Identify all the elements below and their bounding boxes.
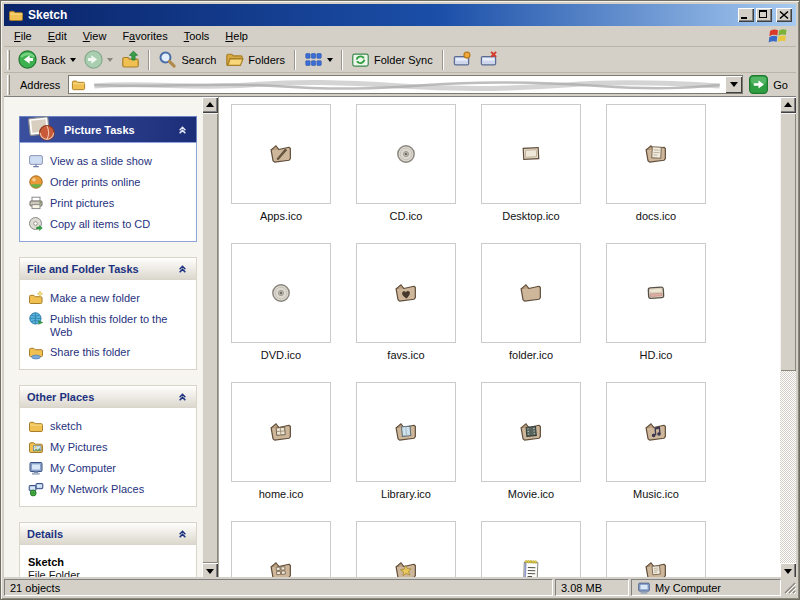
file-thumbnail[interactable]: folder.ico (481, 243, 581, 363)
thumbnail-frame (231, 382, 331, 482)
addressbar-grip[interactable] (7, 75, 10, 95)
sk-desktop-icon (514, 137, 548, 171)
address-dropdown-button[interactable] (725, 76, 742, 93)
place-link[interactable]: My Computer (26, 457, 192, 478)
sk-folder-doc-icon (639, 554, 673, 579)
chevron-up-icon[interactable] (176, 262, 189, 275)
chevron-up-icon[interactable] (176, 390, 189, 403)
folders-button[interactable]: Folders (221, 48, 290, 72)
picture-tasks-header[interactable]: Picture Tasks (19, 116, 197, 142)
forward-button[interactable] (80, 48, 117, 72)
panel-title: Other Places (27, 391, 176, 403)
file-thumbnail[interactable]: DVD.ico (231, 243, 331, 363)
thumbnail-frame (606, 243, 706, 343)
go-button[interactable]: Go (749, 75, 792, 94)
file-name: Library.ico (356, 488, 456, 502)
file-list-view[interactable]: Apps.ico CD.ico Desktop.ico (218, 97, 780, 579)
task-link[interactable]: Order prints online (26, 171, 192, 192)
menu-help[interactable]: Help (217, 27, 256, 45)
menu-tools[interactable]: Tools (176, 27, 218, 45)
file-thumbnail[interactable]: Movie.ico (481, 382, 581, 502)
toolbar-separator (148, 50, 150, 70)
views-icon (304, 50, 323, 69)
minimize-icon (741, 17, 747, 19)
details-header[interactable]: Details (19, 522, 197, 544)
print-pictures-icon (28, 195, 44, 211)
search-button[interactable]: Search (154, 48, 221, 72)
file-thumbnail[interactable] (481, 521, 581, 579)
menu-view[interactable]: View (75, 27, 115, 45)
status-bar: 21 objects 3.08 MB My Computer (4, 577, 796, 596)
place-link[interactable]: My Pictures (26, 436, 192, 457)
views-dropdown-icon[interactable] (327, 58, 333, 65)
address-input[interactable] (68, 75, 743, 94)
scroll-up-button[interactable] (202, 97, 218, 113)
file-folder-tasks-header[interactable]: File and Folder Tasks (19, 257, 197, 279)
file-thumbnail[interactable]: docs.ico (606, 104, 706, 224)
place-link[interactable]: sketch (26, 415, 192, 436)
file-thumbnail[interactable]: Desktop.ico (481, 104, 581, 224)
sk-folder-star-icon (389, 554, 423, 579)
task-link[interactable]: Print pictures (26, 192, 192, 213)
file-thumbnail[interactable]: favs.ico (356, 243, 456, 363)
other-places-header[interactable]: Other Places (19, 385, 197, 407)
publish-web-icon (28, 311, 44, 327)
toolbar-grip[interactable] (7, 50, 10, 70)
menu-favorites[interactable]: Favorites (114, 27, 175, 45)
window-title: Sketch (28, 8, 738, 22)
maximize-button[interactable] (756, 8, 772, 22)
file-name: Apps.ico (231, 210, 331, 224)
place-link[interactable]: My Network Places (26, 478, 192, 499)
file-thumbnail[interactable]: Apps.ico (231, 104, 331, 224)
sk-home-icon (264, 415, 298, 449)
task-link[interactable]: Share this folder (26, 341, 192, 362)
file-thumbnail[interactable]: Library.ico (356, 382, 456, 502)
sidebar-scrollbar[interactable] (202, 97, 218, 579)
scroll-up-button[interactable] (780, 97, 796, 113)
toolbar-separator (442, 50, 444, 70)
scrollbar-thumb[interactable] (780, 113, 796, 371)
forward-dropdown-icon[interactable] (107, 58, 113, 65)
scrollbar-thumb[interactable] (202, 113, 218, 563)
file-name: HD.ico (606, 349, 706, 363)
up-button[interactable] (117, 48, 144, 72)
task-link[interactable]: View as a slide show (26, 150, 192, 171)
explorer-window: Sketch FileEditViewFavoritesToolsHelp Ba… (0, 0, 800, 600)
scrollbar-track[interactable] (780, 371, 796, 563)
task-link[interactable]: Make a new folder (26, 287, 192, 308)
file-thumbnail[interactable] (231, 521, 331, 579)
task-link[interactable]: Copy all items to CD (26, 213, 192, 234)
file-thumbnail[interactable]: Music.ico (606, 382, 706, 502)
file-thumbnail[interactable] (606, 521, 706, 579)
minimize-button[interactable] (738, 8, 754, 22)
back-button[interactable]: Back (14, 48, 80, 72)
thumbnail-frame (231, 104, 331, 204)
chevron-up-icon[interactable] (176, 527, 189, 540)
resize-grip[interactable] (783, 579, 796, 596)
thumbnail-frame (481, 521, 581, 579)
sk-apps-icon (264, 137, 298, 171)
views-button[interactable] (300, 48, 337, 72)
map-drive-button[interactable] (448, 48, 475, 72)
file-thumbnail[interactable] (356, 521, 456, 579)
file-name: Movie.ico (481, 488, 581, 502)
sk-favs-icon (389, 276, 423, 310)
my-network-icon (28, 481, 44, 497)
menu-file[interactable]: File (6, 27, 40, 45)
disconnect-drive-button[interactable] (475, 48, 502, 72)
status-location: My Computer (631, 579, 781, 596)
thumbnail-frame (481, 243, 581, 343)
folder-sync-button[interactable]: Folder Sync (347, 48, 438, 72)
back-dropdown-icon[interactable] (70, 58, 76, 65)
title-bar[interactable]: Sketch (4, 4, 796, 26)
file-thumbnail[interactable]: home.ico (231, 382, 331, 502)
status-object-count: 21 objects (4, 579, 553, 596)
thumbnail-frame (356, 104, 456, 204)
content-scrollbar[interactable] (780, 97, 796, 579)
file-thumbnail[interactable]: CD.ico (356, 104, 456, 224)
close-button[interactable] (776, 8, 792, 22)
file-thumbnail[interactable]: HD.ico (606, 243, 706, 363)
chevron-up-icon[interactable] (176, 123, 189, 136)
task-link[interactable]: Publish this folder to the Web (26, 308, 192, 341)
menu-edit[interactable]: Edit (40, 27, 75, 45)
